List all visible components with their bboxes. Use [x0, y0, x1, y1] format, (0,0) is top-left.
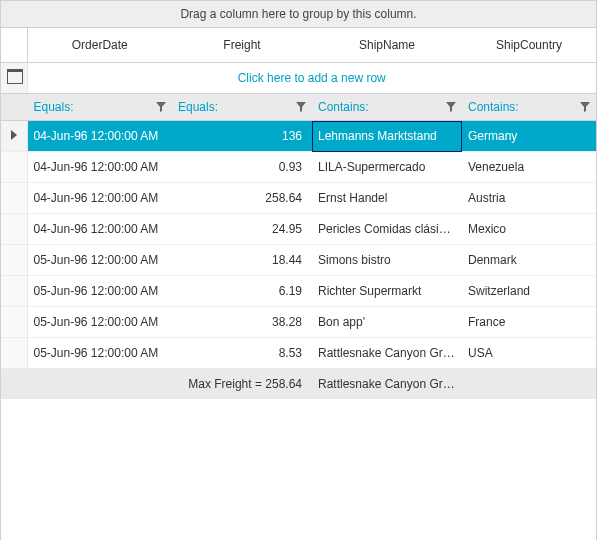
- filter-label: Contains:: [318, 100, 369, 114]
- add-row-indicator: [1, 63, 27, 94]
- summary-orderdate: [27, 369, 172, 400]
- column-header-orderdate[interactable]: OrderDate: [27, 28, 172, 63]
- cell-orderdate[interactable]: 05-Jun-96 12:00:00 AM: [27, 338, 172, 369]
- cell-shipcountry[interactable]: Venezuela: [462, 152, 596, 183]
- cell-freight[interactable]: 38.28: [172, 307, 312, 338]
- cell-orderdate[interactable]: 04-Jun-96 12:00:00 AM: [27, 214, 172, 245]
- cell-shipname[interactable]: Bon app': [312, 307, 462, 338]
- table-row[interactable]: 04-Jun-96 12:00:00 AM 24.95 Pericles Com…: [1, 214, 596, 245]
- current-row-arrow-icon: [11, 130, 17, 140]
- add-row-label[interactable]: Click here to add a new row: [27, 63, 596, 94]
- cell-shipcountry[interactable]: Denmark: [462, 245, 596, 276]
- cell-shipcountry[interactable]: Austria: [462, 183, 596, 214]
- filter-label: Equals:: [178, 100, 218, 114]
- filter-cell-orderdate[interactable]: Equals:: [27, 94, 172, 121]
- row-indicator: [1, 152, 27, 183]
- cell-orderdate[interactable]: 04-Jun-96 12:00:00 AM: [27, 183, 172, 214]
- row-indicator: [1, 307, 27, 338]
- header-row: OrderDate Freight ShipName ShipCountry: [1, 28, 596, 63]
- indicator-header: [1, 28, 27, 63]
- grid-table: OrderDate Freight ShipName ShipCountry C…: [1, 28, 596, 399]
- cell-orderdate[interactable]: 04-Jun-96 12:00:00 AM: [27, 121, 172, 152]
- filter-cell-shipname[interactable]: Contains:: [312, 94, 462, 121]
- calendar-icon: [7, 69, 21, 84]
- cell-freight[interactable]: 24.95: [172, 214, 312, 245]
- table-row[interactable]: 05-Jun-96 12:00:00 AM 18.44 Simons bistr…: [1, 245, 596, 276]
- cell-orderdate[interactable]: 05-Jun-96 12:00:00 AM: [27, 245, 172, 276]
- row-indicator: [1, 183, 27, 214]
- filter-indicator: [1, 94, 27, 121]
- cell-freight[interactable]: 258.64: [172, 183, 312, 214]
- cell-shipcountry[interactable]: Switzerland: [462, 276, 596, 307]
- row-indicator: [1, 276, 27, 307]
- cell-shipname[interactable]: Richter Supermarkt: [312, 276, 462, 307]
- cell-freight[interactable]: 8.53: [172, 338, 312, 369]
- table-row[interactable]: 04-Jun-96 12:00:00 AM 136 Lehmanns Markt…: [1, 121, 596, 152]
- table-row[interactable]: 04-Jun-96 12:00:00 AM 0.93 LILA-Supermer…: [1, 152, 596, 183]
- table-row[interactable]: 05-Jun-96 12:00:00 AM 8.53 Rattlesnake C…: [1, 338, 596, 369]
- filter-label: Contains:: [468, 100, 519, 114]
- summary-shipname: Rattlesnake Canyon Groc...: [312, 369, 462, 400]
- cell-shipcountry[interactable]: Mexico: [462, 214, 596, 245]
- filter-cell-shipcountry[interactable]: Contains:: [462, 94, 596, 121]
- data-grid: Drag a column here to group by this colu…: [0, 0, 597, 540]
- cell-orderdate[interactable]: 05-Jun-96 12:00:00 AM: [27, 276, 172, 307]
- cell-shipname[interactable]: Rattlesnake Canyon Groc...: [312, 338, 462, 369]
- table-row[interactable]: 05-Jun-96 12:00:00 AM 38.28 Bon app' Fra…: [1, 307, 596, 338]
- add-new-row[interactable]: Click here to add a new row: [1, 63, 596, 94]
- summary-freight: Max Freight = 258.64: [172, 369, 312, 400]
- cell-shipcountry[interactable]: Germany: [462, 121, 596, 152]
- cell-orderdate[interactable]: 04-Jun-96 12:00:00 AM: [27, 152, 172, 183]
- row-indicator: [1, 245, 27, 276]
- data-body: 04-Jun-96 12:00:00 AM 136 Lehmanns Markt…: [1, 121, 596, 369]
- filter-cell-freight[interactable]: Equals:: [172, 94, 312, 121]
- group-panel[interactable]: Drag a column here to group by this colu…: [1, 1, 596, 28]
- cell-shipcountry[interactable]: USA: [462, 338, 596, 369]
- summary-indicator: [1, 369, 27, 400]
- cell-freight[interactable]: 6.19: [172, 276, 312, 307]
- cell-freight[interactable]: 0.93: [172, 152, 312, 183]
- cell-shipname[interactable]: Simons bistro: [312, 245, 462, 276]
- row-indicator: [1, 214, 27, 245]
- row-indicator: [1, 121, 27, 152]
- funnel-icon[interactable]: [156, 102, 166, 112]
- cell-shipname[interactable]: Lehmanns Marktstand: [312, 121, 462, 152]
- cell-orderdate[interactable]: 05-Jun-96 12:00:00 AM: [27, 307, 172, 338]
- summary-shipcountry: [462, 369, 596, 400]
- cell-freight[interactable]: 18.44: [172, 245, 312, 276]
- column-header-shipcountry[interactable]: ShipCountry: [462, 28, 596, 63]
- cell-shipcountry[interactable]: France: [462, 307, 596, 338]
- cell-shipname[interactable]: Ernst Handel: [312, 183, 462, 214]
- column-header-shipname[interactable]: ShipName: [312, 28, 462, 63]
- empty-area: [1, 399, 596, 540]
- summary-row: Max Freight = 258.64 Rattlesnake Canyon …: [1, 369, 596, 400]
- table-row[interactable]: 04-Jun-96 12:00:00 AM 258.64 Ernst Hande…: [1, 183, 596, 214]
- filter-label: Equals:: [34, 100, 74, 114]
- cell-shipname[interactable]: LILA-Supermercado: [312, 152, 462, 183]
- funnel-icon[interactable]: [446, 102, 456, 112]
- row-indicator: [1, 338, 27, 369]
- funnel-icon[interactable]: [296, 102, 306, 112]
- funnel-icon[interactable]: [580, 102, 590, 112]
- column-header-freight[interactable]: Freight: [172, 28, 312, 63]
- cell-shipname[interactable]: Pericles Comidas clásicas: [312, 214, 462, 245]
- filter-row: Equals: Equals: Contains: Contains:: [1, 94, 596, 121]
- table-row[interactable]: 05-Jun-96 12:00:00 AM 6.19 Richter Super…: [1, 276, 596, 307]
- cell-freight[interactable]: 136: [172, 121, 312, 152]
